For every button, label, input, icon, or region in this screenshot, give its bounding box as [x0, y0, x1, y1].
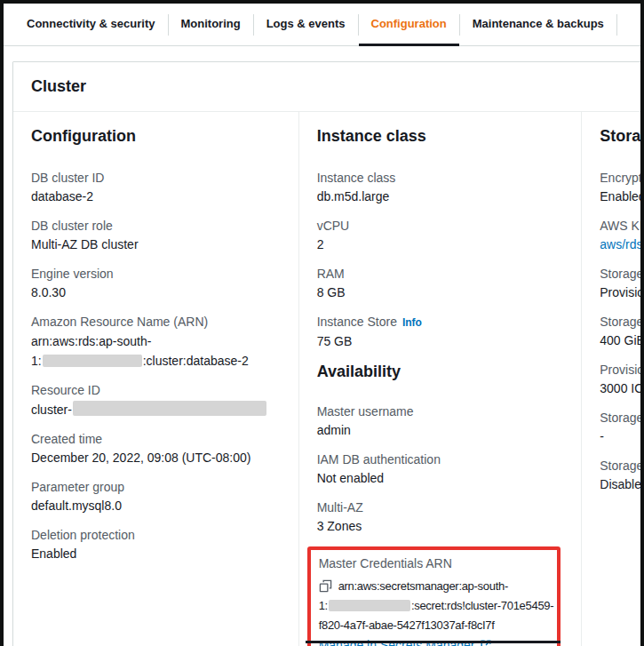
field-storage-throughput: Storage throughput-: [600, 409, 644, 446]
section-heading-availability: Availability: [317, 362, 564, 381]
field-iam-db-authentication: IAM DB authenticationNot enabled: [317, 451, 564, 488]
cluster-panel-header: Cluster: [13, 62, 644, 112]
field-label: Amazon Resource Name (ARN): [31, 313, 281, 331]
field-provisioned-iops: Provisioned IOPS3000 IOPS: [600, 361, 644, 398]
field-label-text: Multi-AZ: [317, 500, 363, 514]
field-storage: Storage400 GiB: [600, 313, 644, 350]
field-label-text: Deletion protection: [31, 528, 135, 542]
field-amazon-resource-name: Amazon Resource Name (ARN)arn:aws:rds:ap…: [31, 313, 281, 371]
field-label-text: Storage autoscaling: [600, 459, 644, 473]
field-label: Parameter group: [31, 478, 281, 497]
field-value: Provisioned IOPS (SSD): [600, 283, 644, 302]
field-label: Master Credentials ARN: [319, 554, 550, 573]
field-label-text: Instance class: [317, 171, 396, 185]
field-label: IAM DB authentication: [317, 451, 564, 469]
value-text: 1:: [31, 354, 42, 368]
tab-separator: [616, 14, 617, 36]
field-label: DB cluster role: [31, 217, 281, 235]
field-value: 8.0.30: [31, 283, 281, 302]
field-value: Enabled: [31, 545, 281, 563]
field-value-line: cluster-: [31, 400, 281, 419]
field-label-text: vCPU: [317, 219, 350, 233]
field-multi-az: Multi-AZ3 Zones: [317, 498, 564, 536]
redacted-value: [73, 401, 266, 416]
field-label: Encryption: [600, 169, 644, 187]
column-storage: StorageEncryptionEnabledAWS KMS keyaws/r…: [582, 112, 644, 646]
field-engine-version: Engine version8.0.30: [31, 265, 281, 302]
field-value-line: arn:aws:rds:ap-south-: [31, 331, 281, 351]
tab-connectivity-security[interactable]: Connectivity & security: [14, 4, 168, 46]
field-instance-store: Instance StoreInfo75 GB: [317, 313, 564, 351]
instance-class-heading: Instance class: [317, 126, 564, 146]
cluster-panel-body: ConfigurationDB cluster IDdatabase-2DB c…: [13, 112, 644, 646]
cropped-divider-line: [306, 641, 561, 643]
field-created-time: Created timeDecember 20, 2022, 09:08 (UT…: [31, 430, 281, 467]
storage-heading: Storage: [600, 126, 644, 146]
field-value: Enabled: [600, 187, 644, 206]
field-value-line: arn:aws:secretsmanager:ap-south-: [319, 577, 550, 596]
field-label: Resource ID: [31, 381, 281, 400]
field-label: Storage throughput: [600, 409, 644, 427]
field-parameter-group: Parameter groupdefault.mysql8.0: [31, 478, 281, 515]
tab-logs-events[interactable]: Logs & events: [254, 4, 358, 46]
field-instance-class: Instance classdb.m5d.large: [317, 169, 564, 206]
field-value: -: [600, 427, 644, 446]
field-label-text: Storage throughput: [600, 411, 644, 425]
column-instance-class: Instance classInstance classdb.m5d.large…: [299, 112, 583, 646]
field-label-text: Instance Store: [317, 315, 397, 329]
field-label: DB cluster ID: [31, 169, 281, 187]
field-value: 75 GB: [317, 332, 564, 351]
field-storage-type: Storage typeProvisioned IOPS (SSD): [600, 265, 644, 302]
field-label-text: Master username: [317, 404, 414, 419]
copy-icon[interactable]: [319, 579, 332, 593]
field-label-text: Amazon Resource Name (ARN): [31, 315, 208, 329]
info-link[interactable]: Info: [402, 316, 422, 329]
field-value: 400 GiB: [600, 331, 644, 350]
tab-maintenance-backups[interactable]: Maintenance & backups: [460, 4, 616, 46]
rds-configuration-page: Connectivity & securityMonitoringLogs & …: [0, 0, 644, 646]
panel-title: Cluster: [31, 77, 644, 96]
field-label: Engine version: [31, 265, 281, 283]
field-label: Provisioned IOPS: [600, 361, 644, 379]
detail-tabs: Connectivity & securityMonitoringLogs & …: [4, 4, 640, 46]
field-label-text: Encryption: [600, 171, 644, 185]
field-vcpu: vCPU2: [317, 217, 564, 254]
field-value: 3000 IOPS: [600, 379, 644, 398]
field-label-text: Created time: [31, 432, 102, 446]
field-label-text: Storage type: [600, 267, 644, 281]
field-label: Storage type: [600, 265, 644, 283]
field-value: 8 GB: [317, 283, 564, 302]
field-value: default.mysql8.0: [31, 497, 281, 515]
field-label: Multi-AZ: [317, 498, 564, 517]
field-label: Master username: [317, 403, 564, 421]
field-deletion-protection: Deletion protectionEnabled: [31, 526, 281, 563]
field-label-text: IAM DB authentication: [317, 452, 441, 467]
configuration-heading: Configuration: [31, 126, 281, 146]
field-value: Not enabled: [317, 469, 564, 488]
field-label: Instance class: [317, 169, 564, 187]
value-text: :secret:rds!cluster-701e5459-: [411, 599, 553, 612]
value-text: arn:aws:rds:ap-south-: [31, 334, 151, 348]
field-label-text: Engine version: [31, 267, 114, 281]
field-label: vCPU: [317, 217, 564, 235]
field-label-text: AWS KMS key: [600, 219, 644, 233]
field-resource-id: Resource IDcluster-: [31, 381, 281, 419]
field-value[interactable]: aws/rds: [600, 235, 644, 254]
redacted-value: [43, 355, 142, 367]
value-text: cluster-: [31, 403, 72, 417]
field-value: admin: [317, 421, 564, 440]
page-content: Cluster ConfigurationDB cluster IDdataba…: [4, 46, 640, 646]
field-label-text: Storage: [600, 315, 643, 329]
field-label: Deletion protection: [31, 526, 281, 545]
field-label: Instance StoreInfo: [317, 313, 564, 332]
field-label: RAM: [317, 265, 564, 283]
field-value-line: 1::secret:rds!cluster-701e5459-: [319, 596, 550, 616]
field-label: Created time: [31, 430, 281, 449]
field-value-line: 1::cluster:database-2: [31, 351, 281, 371]
tab-monitoring[interactable]: Monitoring: [169, 4, 253, 46]
value-text: :cluster:database-2: [143, 354, 249, 368]
tab-configuration[interactable]: Configuration: [359, 4, 459, 46]
field-encryption: EncryptionEnabled: [600, 169, 644, 206]
value-text: f820-4a7f-abae-5427f13037af-f8cI7f: [319, 618, 495, 632]
value-text: arn:aws:secretsmanager:ap-south-: [338, 579, 508, 593]
